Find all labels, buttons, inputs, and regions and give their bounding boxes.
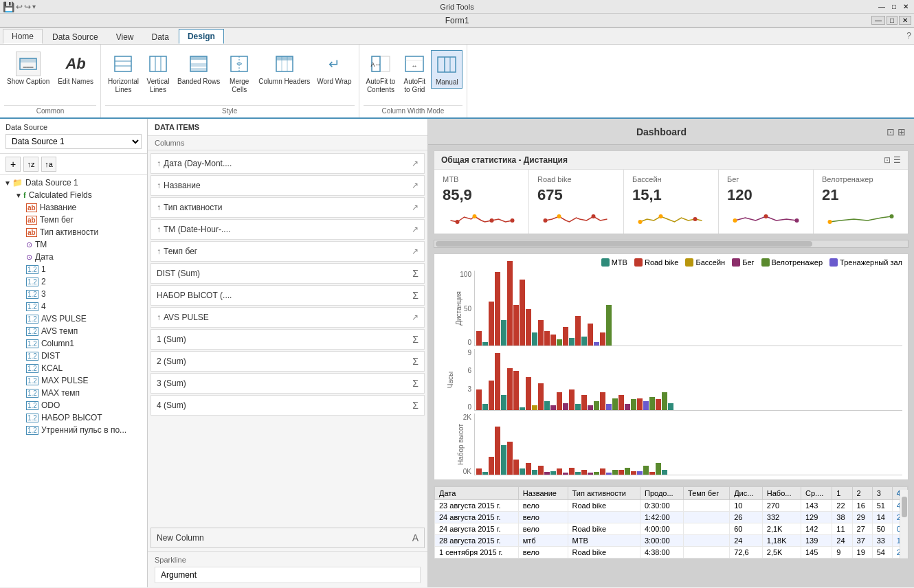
col-header-1[interactable]: 1 bbox=[832, 487, 852, 500]
horizontal-lines-btn[interactable]: HorizontalLines bbox=[105, 50, 142, 95]
datasource-select[interactable]: Data Source 1 bbox=[5, 134, 142, 149]
banded-rows-btn[interactable]: Banded Rows bbox=[175, 50, 223, 87]
win-close[interactable]: ✕ bbox=[899, 16, 911, 25]
tree-item-f7[interactable]: 1.2 2 bbox=[1, 275, 146, 288]
expand-icon-3[interactable]: ↗ bbox=[412, 225, 419, 234]
stat-card-2: Бассейн 15,1 bbox=[624, 170, 719, 234]
col-header-name[interactable]: Название bbox=[518, 487, 568, 500]
close-btn[interactable]: ✕ bbox=[900, 3, 911, 10]
column-item-6[interactable]: НАБОР ВЫСОТ (.... Σ bbox=[151, 285, 425, 306]
tree-item-f13[interactable]: 1.2 DIST bbox=[1, 350, 146, 362]
tree-item-f16[interactable]: 1.2 MAX темп bbox=[1, 387, 146, 399]
tree-item-f8[interactable]: 1.2 3 bbox=[1, 288, 146, 300]
merge-cells-btn[interactable]: ⇔ MergeCells bbox=[224, 50, 254, 95]
tree-item-f11[interactable]: 1.2 AVS темп bbox=[1, 325, 146, 337]
stat-card-label-0: MTB bbox=[443, 175, 520, 183]
col-header-dis[interactable]: Дис... bbox=[730, 487, 763, 500]
tree-item-f19[interactable]: 1.2 Утренний пульс в по... bbox=[1, 424, 146, 436]
tree-item-f1[interactable]: ab Название bbox=[1, 201, 146, 214]
col-header-nabo[interactable]: Набо... bbox=[762, 487, 801, 500]
col-header-3[interactable]: 3 bbox=[872, 487, 892, 500]
tab-view[interactable]: View bbox=[108, 30, 142, 44]
column-item-9[interactable]: 2 (Sum) Σ bbox=[151, 351, 425, 372]
maximize-btn[interactable]: □ bbox=[889, 3, 899, 10]
svg-rect-26 bbox=[438, 57, 456, 72]
column-item-5[interactable]: DIST (Sum) Σ bbox=[151, 263, 425, 284]
show-caption-btn[interactable]: ═══ Show Caption bbox=[4, 50, 52, 87]
word-wrap-btn[interactable]: ↵ Word Wrap bbox=[314, 50, 354, 87]
win-minimize[interactable]: — bbox=[871, 16, 885, 25]
dashboard-export-icon[interactable]: ⊡ bbox=[887, 126, 895, 137]
col-header-date[interactable]: Дата bbox=[435, 487, 519, 500]
tree-item-f3[interactable]: ab Тип активности bbox=[1, 226, 146, 238]
tree-item-f14[interactable]: 1.2 KCAL bbox=[1, 362, 146, 374]
sparkline-argument[interactable]: Argument bbox=[155, 567, 421, 583]
expand-icon-1[interactable]: ↗ bbox=[412, 181, 419, 190]
win-maximize[interactable]: □ bbox=[887, 16, 898, 25]
tree-item-f18[interactable]: 1.2 НАБОР ВЫСОТ bbox=[1, 411, 146, 424]
stat-card-value-3: 120 bbox=[727, 186, 805, 204]
dashboard-settings-icon[interactable]: ⊞ bbox=[898, 126, 906, 137]
tree-item-f6[interactable]: 1.2 1 bbox=[1, 263, 146, 275]
column-item-8[interactable]: 1 (Sum) Σ bbox=[151, 329, 425, 350]
expand-icon-4[interactable]: ↗ bbox=[412, 247, 419, 256]
svg-rect-10 bbox=[190, 56, 207, 60]
banded-rows-label: Banded Rows bbox=[177, 78, 220, 86]
svg-text:═══: ═══ bbox=[23, 65, 34, 69]
column-item-7[interactable]: ↑ AVS PULSE ↗ bbox=[151, 307, 425, 328]
column-item-3[interactable]: ↑ ТМ (Date-Hour-.... ↗ bbox=[151, 219, 425, 240]
svg-rect-17 bbox=[276, 56, 293, 60]
minimize-btn[interactable]: — bbox=[876, 3, 888, 10]
autofit-contents-label: AutoFit toContents bbox=[366, 78, 396, 94]
tree-item-f17[interactable]: 1.2 ODO bbox=[1, 399, 146, 411]
svg-rect-1 bbox=[20, 58, 36, 63]
stat-export-icon[interactable]: ⊡ bbox=[884, 155, 891, 165]
tree-item-f12[interactable]: 1.2 Column1 bbox=[1, 337, 146, 350]
tree-item-f15[interactable]: 1.2 MAX PULSE bbox=[1, 374, 146, 387]
tree-item-f2[interactable]: ab Темп бег bbox=[1, 214, 146, 226]
column-item-4[interactable]: ↑ Темп бег ↗ bbox=[151, 241, 425, 262]
column-item-10[interactable]: 3 (Sum) Σ bbox=[151, 373, 425, 394]
expand-icon-2[interactable]: ↗ bbox=[412, 203, 419, 212]
tree-item-root[interactable]: ▼ 📁 Data Source 1 bbox=[1, 177, 146, 189]
vertical-lines-btn[interactable]: VerticalLines bbox=[143, 50, 173, 95]
column-item-2[interactable]: ↑ Тип активности ↗ bbox=[151, 197, 425, 218]
tab-home[interactable]: Home bbox=[3, 29, 43, 44]
tab-datasource[interactable]: Data Source bbox=[44, 30, 107, 44]
sort-az-btn[interactable]: ↑z bbox=[23, 157, 38, 172]
svg-rect-12 bbox=[190, 68, 207, 71]
stat-filter-icon[interactable]: ☰ bbox=[893, 155, 901, 165]
tab-design[interactable]: Design bbox=[179, 29, 224, 44]
autofit-grid-btn[interactable]: ↔ AutoFitto Grid bbox=[399, 50, 430, 95]
tree-item-calc[interactable]: ▼ f Calculated Fields bbox=[1, 189, 146, 201]
col-header-type[interactable]: Тип активности bbox=[568, 487, 640, 500]
column-item-1[interactable]: ↑ Название ↗ bbox=[151, 175, 425, 196]
columns-header: Columns bbox=[148, 136, 427, 150]
tree-item-f9[interactable]: 1.2 4 bbox=[1, 300, 146, 313]
autofit-contents-btn[interactable]: A↔ AutoFit toContents bbox=[364, 50, 399, 95]
expand-icon-7[interactable]: ↗ bbox=[412, 313, 419, 322]
svg-point-39 bbox=[733, 218, 737, 223]
svg-text:↔: ↔ bbox=[412, 63, 418, 69]
edit-names-btn[interactable]: Ab Edit Names bbox=[55, 50, 96, 87]
add-field-btn[interactable]: + bbox=[5, 157, 21, 172]
column-headers-btn[interactable]: Column Headers bbox=[256, 50, 313, 87]
col-header-2[interactable]: 2 bbox=[852, 487, 872, 500]
tree-item-f5[interactable]: ⊙ Дата bbox=[1, 251, 146, 263]
stat-card-label-2: Бассейн bbox=[632, 175, 710, 183]
col-header-sr[interactable]: Ср.... bbox=[801, 487, 832, 500]
data-items-header: DATA ITEMS bbox=[148, 119, 427, 136]
col-header-temp[interactable]: Темп бег bbox=[684, 487, 730, 500]
manual-btn[interactable]: Manual bbox=[431, 50, 462, 89]
column-item-0[interactable]: ↑ Дата (Day-Mont.... ↗ bbox=[151, 153, 425, 174]
tab-data[interactable]: Data bbox=[144, 30, 177, 44]
column-item-11[interactable]: 4 (Sum) Σ bbox=[151, 395, 425, 416]
tree-item-f4[interactable]: ⊙ ТМ bbox=[1, 238, 146, 251]
stat-card-3: Бег 120 bbox=[719, 170, 814, 234]
tree-item-f10[interactable]: 1.2 AVS PULSE bbox=[1, 313, 146, 325]
sort-za-btn[interactable]: ↑a bbox=[41, 157, 56, 172]
sum-icon-8: Σ bbox=[412, 334, 419, 345]
col-header-prodo[interactable]: Продо... bbox=[640, 487, 684, 500]
new-column-btn[interactable]: New Column A bbox=[151, 528, 425, 548]
expand-icon-0[interactable]: ↗ bbox=[412, 159, 419, 168]
